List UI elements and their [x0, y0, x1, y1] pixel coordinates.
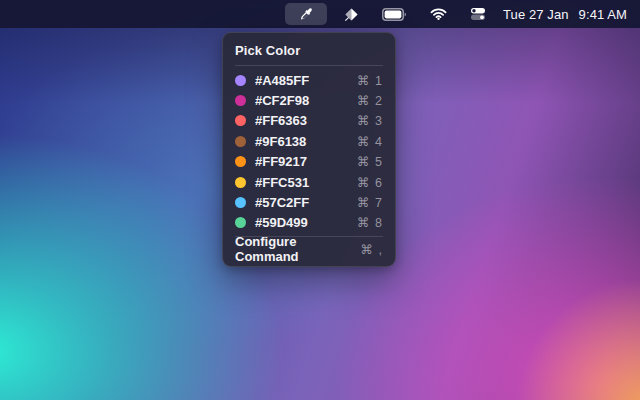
color-item-1[interactable]: #A485FF ⌘ 1	[223, 70, 395, 90]
shortcut-label: ⌘ 8	[357, 215, 383, 230]
shortcut-label: ⌘ 3	[357, 113, 383, 128]
color-swatch	[235, 197, 246, 208]
control-center-menubar-button[interactable]	[464, 3, 492, 25]
shortcut-label: ⌘ 2	[357, 93, 383, 108]
color-item-2[interactable]: #CF2F98 ⌘ 2	[223, 90, 395, 110]
menubar: Tue 27 Jan 9:41 AM	[0, 0, 640, 28]
color-swatch	[235, 115, 246, 126]
color-item-5[interactable]: #FF9217 ⌘ 5	[223, 152, 395, 172]
color-swatch	[235, 177, 246, 188]
eyedropper-icon	[299, 7, 314, 22]
color-item-8[interactable]: #59D499 ⌘ 8	[223, 213, 395, 233]
shortcut-label: ⌘ 5	[357, 154, 383, 169]
clock-date: Tue 27 Jan	[503, 7, 569, 22]
pick-color-menu: Pick Color #A485FF ⌘ 1 #CF2F98 ⌘ 2 #FF63…	[222, 32, 396, 267]
color-item-3[interactable]: #FF6363 ⌘ 3	[223, 111, 395, 131]
color-hex-label: #FF9217	[255, 154, 307, 169]
color-swatch	[235, 156, 246, 167]
color-item-4[interactable]: #9F6138 ⌘ 4	[223, 131, 395, 151]
color-swatch	[235, 75, 246, 86]
color-swatch	[235, 136, 246, 147]
wifi-icon	[430, 8, 447, 20]
control-center-icon	[470, 7, 486, 21]
clock-time: 9:41 AM	[579, 7, 627, 22]
color-swatch	[235, 217, 246, 228]
color-hex-label: #57C2FF	[255, 195, 309, 210]
color-hex-label: #A485FF	[255, 73, 309, 88]
color-hex-label: #9F6138	[255, 134, 306, 149]
color-hex-label: #FF6363	[255, 113, 307, 128]
color-hex-label: #59D499	[255, 215, 308, 230]
shortcut-label: ⌘ 6	[357, 175, 383, 190]
color-swatch	[235, 95, 246, 106]
color-list: #A485FF ⌘ 1 #CF2F98 ⌘ 2 #FF6363 ⌘ 3 #9F6…	[223, 66, 395, 236]
shortcut-label: ⌘ 7	[357, 195, 383, 210]
color-item-6[interactable]: #FFC531 ⌘ 6	[223, 172, 395, 192]
shortcut-label: ⌘ 4	[357, 134, 383, 149]
color-item-7[interactable]: #57C2FF ⌘ 7	[223, 192, 395, 212]
shortcut-label: ⌘ ,	[361, 242, 383, 257]
configure-command-item[interactable]: Configure Command ⌘ ,	[223, 237, 395, 259]
color-hex-label: #CF2F98	[255, 93, 309, 108]
menu-title: Pick Color	[223, 39, 395, 65]
shortcut-label: ⌘ 1	[357, 73, 383, 88]
color-hex-label: #FFC531	[255, 175, 309, 190]
color-swatch-icon	[344, 7, 359, 22]
battery-menubar-button[interactable]	[376, 3, 413, 25]
color-app-menubar-button[interactable]	[338, 3, 365, 25]
battery-icon	[382, 8, 407, 21]
menubar-clock[interactable]: Tue 27 Jan 9:41 AM	[503, 7, 627, 22]
eyedropper-menubar-button[interactable]	[285, 3, 327, 25]
wifi-menubar-button[interactable]	[424, 3, 453, 25]
configure-command-label: Configure Command	[235, 234, 361, 264]
